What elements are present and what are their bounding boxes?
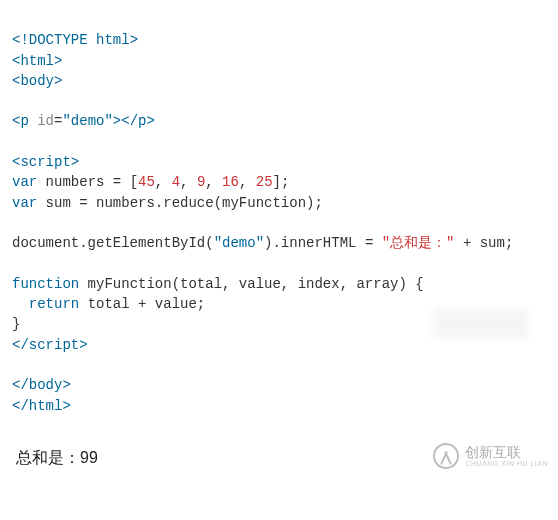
body-open-tag: <body>: [12, 73, 62, 89]
html-open-tag: <html>: [12, 53, 62, 69]
body-close-tag: </body>: [12, 377, 71, 393]
get-elem: document.getElementById(: [12, 235, 214, 251]
num-25: 25: [256, 174, 273, 190]
watermark-sub: CHUANG XIN HU LIAN: [465, 460, 548, 468]
doctype-rest: html>: [88, 32, 138, 48]
attr-val: "demo": [62, 113, 112, 129]
sum-decl: sum = numbers.reduce(myFunction);: [37, 195, 323, 211]
return-expr: total + value;: [79, 296, 205, 312]
p-mid: >: [113, 113, 121, 129]
numbers-decl: numbers = [: [37, 174, 138, 190]
var-kw: var: [12, 174, 37, 190]
p-close: </p>: [121, 113, 155, 129]
watermark: 创新互联 CHUANG XIN HU LIAN: [433, 443, 548, 469]
watermark-brand: 创新互联: [465, 445, 548, 460]
p-open: <p: [12, 113, 37, 129]
artifact-smudge: [433, 308, 528, 338]
watermark-logo-icon: [433, 443, 459, 469]
string-literal: "总和是：": [382, 235, 455, 251]
var-kw: var: [12, 195, 37, 211]
function-kw: function: [12, 276, 79, 292]
close-brace: }: [12, 316, 20, 332]
return-kw: return: [29, 296, 79, 312]
html-close-tag: </html>: [12, 398, 71, 414]
num-45: 45: [138, 174, 155, 190]
doctype-open: <!DOCTYPE: [12, 32, 88, 48]
code-block: <!DOCTYPE html> <html> <body> <p id="dem…: [12, 10, 546, 416]
script-close-lt: </: [12, 337, 29, 353]
num-16: 16: [222, 174, 239, 190]
func-sig: myFunction(total, value, index, array) {: [79, 276, 423, 292]
num-4: 4: [172, 174, 180, 190]
attr-id: id: [37, 113, 54, 129]
script-close-gt: >: [79, 337, 87, 353]
script-close-name: script: [29, 337, 79, 353]
demo-arg: "demo": [214, 235, 264, 251]
script-open-tag: <script>: [12, 154, 79, 170]
